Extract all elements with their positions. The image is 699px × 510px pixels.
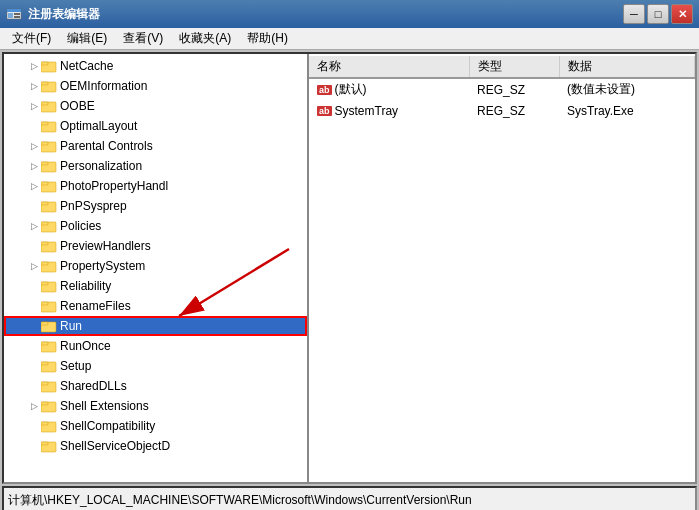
- tree-item-personalization[interactable]: ▷ Personalization: [4, 156, 307, 176]
- table-row[interactable]: ab (默认) REG_SZ (数值未设置): [309, 78, 695, 101]
- expand-icon: ▷: [28, 180, 40, 192]
- maximize-button[interactable]: □: [647, 4, 669, 24]
- item-label: Run: [60, 319, 82, 333]
- folder-icon: [41, 59, 57, 73]
- item-label: ShellCompatibility: [60, 419, 155, 433]
- row-data: SysTray.Exe: [559, 101, 695, 121]
- folder-icon: [41, 179, 57, 193]
- menu-bar: 文件(F) 编辑(E) 查看(V) 收藏夹(A) 帮助(H): [0, 28, 699, 50]
- folder-icon: [41, 259, 57, 273]
- close-button[interactable]: ✕: [671, 4, 693, 24]
- svg-rect-22: [41, 222, 48, 225]
- folder-icon: [41, 379, 57, 393]
- item-label: ShellServiceObjectD: [60, 439, 170, 453]
- item-label: Setup: [60, 359, 91, 373]
- folder-icon: [41, 419, 57, 433]
- expand-icon: ▷: [28, 220, 40, 232]
- svg-rect-44: [41, 442, 48, 445]
- item-label: NetCache: [60, 59, 113, 73]
- item-label: Shell Extensions: [60, 399, 149, 413]
- menu-help[interactable]: 帮助(H): [239, 28, 296, 49]
- tree-item-renamefiles[interactable]: ▷ RenameFiles: [4, 296, 307, 316]
- col-name: 名称: [309, 56, 469, 78]
- tree-item-run[interactable]: ▷ Run: [4, 316, 307, 336]
- tree-item-setup[interactable]: ▷ Setup: [4, 356, 307, 376]
- tree-item-parental-controls[interactable]: ▷ Parental Controls: [4, 136, 307, 156]
- tree-item-netcache[interactable]: ▷ NetCache: [4, 56, 307, 76]
- folder-icon: [41, 79, 57, 93]
- item-label: Parental Controls: [60, 139, 153, 153]
- folder-icon: [41, 219, 57, 233]
- tree-item-shell-extensions[interactable]: ▷ Shell Extensions: [4, 396, 307, 416]
- tree-item-oobe[interactable]: ▷ OOBE: [4, 96, 307, 116]
- svg-rect-12: [41, 122, 48, 125]
- item-label: RunOnce: [60, 339, 111, 353]
- svg-rect-32: [41, 322, 48, 325]
- tree-item-previewhandlers[interactable]: ▷ PreviewHandlers: [4, 236, 307, 256]
- tree-item-photoproperty[interactable]: ▷ PhotoPropertyHandl: [4, 176, 307, 196]
- menu-edit[interactable]: 编辑(E): [59, 28, 115, 49]
- tree-item-policies[interactable]: ▷ Policies: [4, 216, 307, 236]
- svg-rect-10: [41, 102, 48, 105]
- tree-item-pnpsysprep[interactable]: ▷ PnPSysprep: [4, 196, 307, 216]
- item-label: Reliability: [60, 279, 111, 293]
- menu-favorites[interactable]: 收藏夹(A): [171, 28, 239, 49]
- status-bar: 计算机\HKEY_LOCAL_MACHINE\SOFTWARE\Microsof…: [2, 486, 697, 510]
- svg-rect-30: [41, 302, 48, 305]
- tree-item-oeminformation[interactable]: ▷ OEMInformation: [4, 76, 307, 96]
- item-label: OOBE: [60, 99, 95, 113]
- tree-item-shareddlls[interactable]: ▷ SharedDLLs: [4, 376, 307, 396]
- tree-item-reliability[interactable]: ▷ Reliability: [4, 276, 307, 296]
- svg-rect-42: [41, 422, 48, 425]
- window-controls: ─ □ ✕: [623, 4, 693, 24]
- item-label: OptimalLayout: [60, 119, 137, 133]
- folder-icon: [41, 239, 57, 253]
- expand-icon: ▷: [28, 60, 40, 72]
- item-label: Policies: [60, 219, 101, 233]
- main-container: ▷ NetCache ▷ OEMInformation ▷: [2, 52, 697, 484]
- expand-icon: ▷: [28, 160, 40, 172]
- tree-item-runonce[interactable]: ▷ RunOnce: [4, 336, 307, 356]
- folder-icon: [41, 299, 57, 313]
- folder-icon: [41, 159, 57, 173]
- svg-rect-1: [7, 9, 21, 12]
- minimize-button[interactable]: ─: [623, 4, 645, 24]
- app-icon: [6, 6, 22, 22]
- menu-view[interactable]: 查看(V): [115, 28, 171, 49]
- right-pane[interactable]: 名称 类型 数据 ab (默认) REG_SZ: [309, 54, 695, 482]
- svg-rect-40: [41, 402, 48, 405]
- tree-item-propertysystem[interactable]: ▷ PropertySystem: [4, 256, 307, 276]
- folder-icon: [41, 319, 57, 333]
- reg-type-icon: ab: [317, 106, 332, 116]
- item-label: Personalization: [60, 159, 142, 173]
- window-title: 注册表编辑器: [28, 6, 623, 23]
- menu-file[interactable]: 文件(F): [4, 28, 59, 49]
- folder-icon: [41, 119, 57, 133]
- svg-rect-28: [41, 282, 48, 285]
- row-data: (数值未设置): [559, 78, 695, 101]
- item-label: RenameFiles: [60, 299, 131, 313]
- folder-icon: [41, 439, 57, 453]
- status-path: 计算机\HKEY_LOCAL_MACHINE\SOFTWARE\Microsof…: [8, 492, 472, 509]
- tree-item-shellserviceobject[interactable]: ▷ ShellServiceObjectD: [4, 436, 307, 456]
- svg-rect-8: [41, 82, 48, 85]
- tree-item-shellcompatibility[interactable]: ▷ ShellCompatibility: [4, 416, 307, 436]
- row-type: REG_SZ: [469, 78, 559, 101]
- folder-icon: [41, 359, 57, 373]
- svg-rect-16: [41, 162, 48, 165]
- tree-item-optimallayout[interactable]: ▷ OptimalLayout: [4, 116, 307, 136]
- reg-type-icon: ab: [317, 85, 332, 95]
- expand-icon: ▷: [28, 400, 40, 412]
- folder-icon: [41, 339, 57, 353]
- table-row[interactable]: ab SystemTray REG_SZ SysTray.Exe: [309, 101, 695, 121]
- tree-pane[interactable]: ▷ NetCache ▷ OEMInformation ▷: [4, 54, 309, 482]
- svg-rect-20: [41, 202, 48, 205]
- item-label: PreviewHandlers: [60, 239, 151, 253]
- folder-icon: [41, 139, 57, 153]
- expand-icon: ▷: [28, 260, 40, 272]
- row-name: ab SystemTray: [309, 101, 469, 121]
- item-label: PnPSysprep: [60, 199, 127, 213]
- folder-icon: [41, 279, 57, 293]
- svg-rect-4: [14, 16, 20, 18]
- svg-rect-14: [41, 142, 48, 145]
